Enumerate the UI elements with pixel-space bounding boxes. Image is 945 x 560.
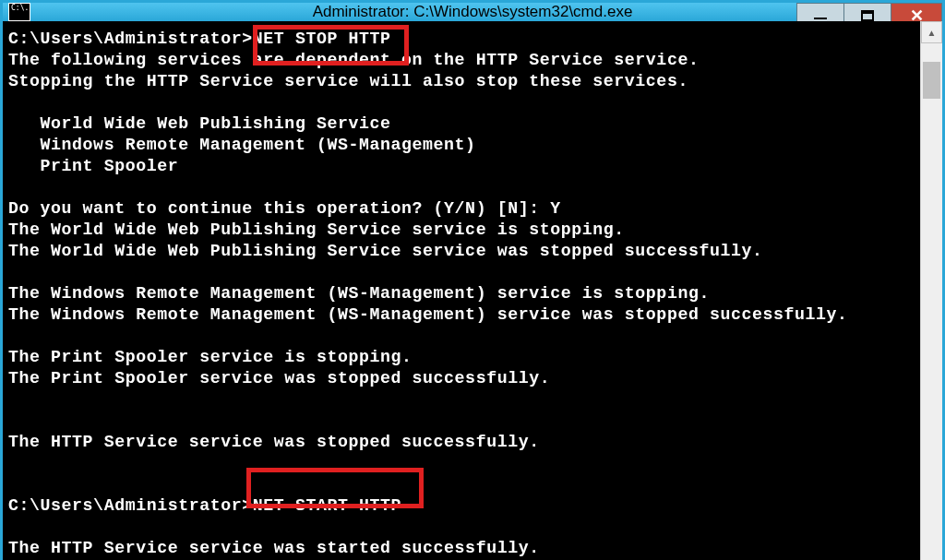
output-line: The Print Spooler service was stopped su… <box>8 369 550 387</box>
output-line: The following services are dependent on … <box>8 51 699 69</box>
output-line: The Print Spooler service is stopping. <box>8 348 413 366</box>
titlebar[interactable]: C:\. Administrator: C:\Windows\system32\… <box>3 3 942 21</box>
output-line: The World Wide Web Publishing Service se… <box>8 220 625 239</box>
prompt: C:\Users\Administrator> <box>8 30 253 48</box>
command-text: NET STOP HTTP <box>253 30 391 48</box>
prompt: C:\Users\Administrator> <box>8 496 253 515</box>
chevron-up-icon: ▲ <box>927 28 937 38</box>
command-text: NET START HTTP <box>253 496 401 515</box>
output-line: Do you want to continue this operation? … <box>8 199 561 218</box>
output-line: Windows Remote Management (WS-Management… <box>8 136 476 154</box>
maximize-icon <box>861 10 874 21</box>
output-line: The HTTP Service service was stopped suc… <box>8 433 540 451</box>
scrollbar-track[interactable] <box>921 43 942 560</box>
window-title: Administrator: C:\Windows\system32\cmd.e… <box>313 3 633 21</box>
output-line: The Windows Remote Management (WS-Manage… <box>8 284 710 303</box>
output-line: The HTTP Service service was started suc… <box>8 539 540 557</box>
client-area: C:\Users\Administrator>NET STOP HTTP The… <box>3 21 942 560</box>
cmd-icon-text: C:\. <box>11 5 29 12</box>
output-line: World Wide Web Publishing Service <box>8 114 391 133</box>
output-line: The Windows Remote Management (WS-Manage… <box>8 305 848 324</box>
output-line: The World Wide Web Publishing Service se… <box>8 242 763 260</box>
cmd-icon: C:\. <box>8 3 30 21</box>
scroll-up-button[interactable]: ▲ <box>921 21 942 43</box>
output-line: Stopping the HTTP Service service will a… <box>8 72 688 90</box>
output-line: Print Spooler <box>8 157 178 175</box>
console-output[interactable]: C:\Users\Administrator>NET STOP HTTP The… <box>3 21 920 560</box>
minimize-icon <box>814 18 827 19</box>
cmd-window: C:\. Administrator: C:\Windows\system32\… <box>0 0 945 560</box>
scrollbar-thumb[interactable] <box>923 62 940 99</box>
vertical-scrollbar[interactable]: ▲ ▼ <box>920 21 942 560</box>
